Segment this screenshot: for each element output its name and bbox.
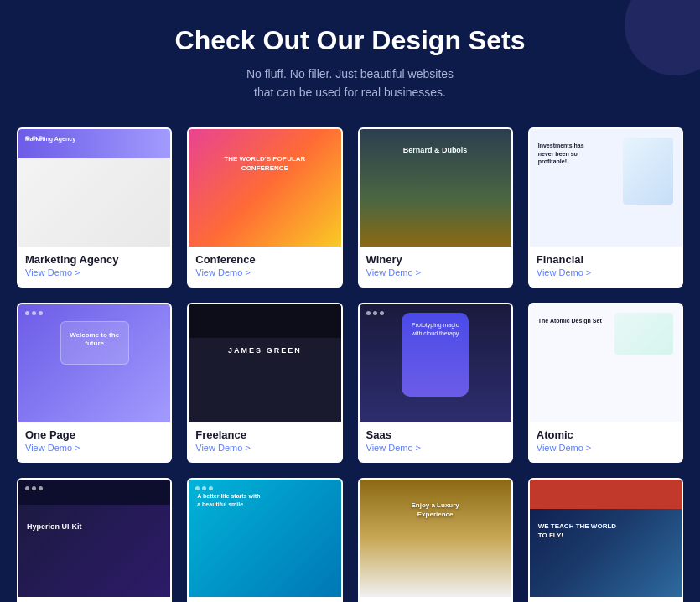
card-preview-winery bbox=[360, 129, 511, 247]
card-info-financial: FinancialView Demo > bbox=[530, 247, 682, 286]
page-title: Check Out Our Design Sets bbox=[17, 25, 683, 56]
card-dentist[interactable]: DentistView Demo > bbox=[187, 478, 342, 602]
card-title-one-page: One Page bbox=[25, 428, 163, 441]
card-title-financial: Financial bbox=[537, 253, 675, 266]
card-hyperion[interactable]: HyperionView Demo > bbox=[17, 478, 172, 602]
preview-nav-dots bbox=[195, 486, 213, 490]
card-link-freelance[interactable]: View Demo > bbox=[195, 443, 334, 453]
card-title-winery: Winery bbox=[366, 253, 505, 266]
card-info-saas: SaasView Demo > bbox=[360, 422, 511, 461]
card-link-financial[interactable]: View Demo > bbox=[537, 267, 675, 278]
card-link-atomic[interactable]: View Demo > bbox=[537, 443, 675, 453]
preview-nav-dots bbox=[25, 311, 43, 315]
card-link-conference[interactable]: View Demo > bbox=[195, 267, 334, 278]
card-preview-atomic bbox=[530, 304, 682, 422]
card-info-bed-n-breakfast: Bed'n'BreakfastView Demo > bbox=[360, 597, 511, 602]
card-title-marketing-agency: Marketing Agency bbox=[25, 253, 163, 266]
card-info-dentist: DentistView Demo > bbox=[189, 597, 340, 602]
card-atomic[interactable]: AtomicView Demo > bbox=[528, 303, 683, 463]
page-header: Check Out Our Design Sets No fluff. No f… bbox=[17, 25, 683, 102]
card-freelance[interactable]: FreelanceView Demo > bbox=[187, 303, 342, 463]
card-link-one-page[interactable]: View Demo > bbox=[25, 443, 163, 453]
card-preview-dentist bbox=[189, 480, 340, 597]
card-title-saas: Saas bbox=[366, 428, 505, 441]
card-preview-flight-school bbox=[530, 480, 682, 597]
card-info-flight-school: Flight SchoolView Demo > bbox=[530, 597, 682, 602]
card-preview-saas bbox=[360, 304, 511, 422]
subtitle-line2: that can be used for real businesses. bbox=[254, 86, 446, 99]
card-link-winery[interactable]: View Demo > bbox=[366, 267, 505, 278]
card-info-hyperion: HyperionView Demo > bbox=[18, 597, 170, 602]
design-sets-grid: Marketing AgencyView Demo >ConferenceVie… bbox=[17, 127, 683, 602]
card-saas[interactable]: SaasView Demo > bbox=[358, 303, 513, 463]
card-info-one-page: One PageView Demo > bbox=[18, 422, 170, 461]
card-conference[interactable]: ConferenceView Demo > bbox=[187, 127, 342, 288]
card-bed-n-breakfast[interactable]: Bed'n'BreakfastView Demo > bbox=[358, 478, 513, 602]
card-flight-school[interactable]: Flight SchoolView Demo > bbox=[528, 478, 683, 602]
card-info-marketing-agency: Marketing AgencyView Demo > bbox=[18, 247, 170, 286]
card-title-freelance: Freelance bbox=[195, 428, 334, 441]
card-link-saas[interactable]: View Demo > bbox=[366, 443, 505, 453]
card-preview-one-page bbox=[18, 304, 170, 422]
card-preview-bed-n-breakfast bbox=[360, 480, 511, 597]
card-winery[interactable]: WineryView Demo > bbox=[358, 127, 513, 288]
card-link-marketing-agency[interactable]: View Demo > bbox=[25, 267, 163, 278]
card-preview-conference bbox=[189, 129, 340, 247]
card-preview-marketing-agency bbox=[18, 129, 170, 247]
card-info-winery: WineryView Demo > bbox=[360, 247, 511, 286]
card-financial[interactable]: FinancialView Demo > bbox=[528, 127, 683, 288]
card-title-atomic: Atomic bbox=[537, 428, 675, 441]
card-info-conference: ConferenceView Demo > bbox=[189, 247, 340, 286]
preview-nav-dots bbox=[25, 486, 43, 490]
card-preview-freelance bbox=[189, 304, 340, 422]
card-info-atomic: AtomicView Demo > bbox=[530, 422, 682, 461]
card-preview-financial bbox=[530, 129, 682, 247]
card-one-page[interactable]: One PageView Demo > bbox=[17, 303, 172, 463]
card-title-conference: Conference bbox=[195, 253, 334, 266]
card-marketing-agency[interactable]: Marketing AgencyView Demo > bbox=[17, 127, 172, 288]
page-subtitle: No fluff. No filler. Just beautiful webs… bbox=[17, 65, 683, 102]
subtitle-line1: No fluff. No filler. Just beautiful webs… bbox=[246, 67, 454, 80]
card-info-freelance: FreelanceView Demo > bbox=[189, 422, 340, 461]
preview-nav-dots bbox=[25, 136, 43, 140]
card-preview-hyperion bbox=[18, 480, 170, 597]
preview-nav-dots bbox=[366, 311, 384, 315]
